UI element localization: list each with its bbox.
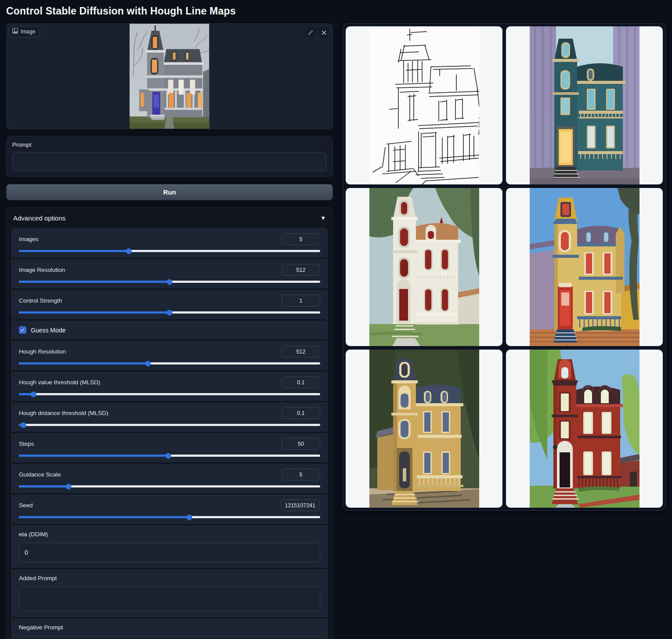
slider-seed: Seed 1215107241 [12,495,327,525]
slider-track[interactable] [19,516,320,518]
negative-prompt-row: Negative Prompt [12,618,327,639]
advanced-options-title: Advanced options [13,214,65,222]
gallery-item-teal-victorian-painting[interactable] [506,26,663,184]
slider-value-input[interactable]: 5 [282,233,320,245]
slider-guidance-scale: Guidance Scale 5 [12,464,327,495]
slider-images: Images 5 [12,228,327,259]
controls-column: Image [6,23,333,639]
slider-value-input[interactable]: 1215107241 [280,499,320,511]
slider-hough-value-threshold: Hough value threshold (MLSD) 0.1 [12,372,327,402]
guess-mode-label: Guess Mode [31,327,65,334]
uploaded-house-photo [6,23,333,129]
advanced-options-accordion: Advanced options ▼ Images 5 Imag [6,207,333,639]
slider-track[interactable] [19,393,320,395]
added-prompt-row: Added Prompt [12,569,327,618]
slider-thumb[interactable] [30,391,36,397]
slider-hough-distance-threshold: Hough distance threshold (MLSD) 0.1 [12,402,327,433]
prompt-input[interactable] [12,152,327,171]
image-icon [12,28,18,35]
negative-prompt-input[interactable] [19,636,320,639]
slider-value-input[interactable]: 0.1 [282,407,320,419]
slider-label: Image Resolution [19,267,65,273]
eta-ddim-label: eta (DDIM) [19,531,320,538]
eta-ddim-input[interactable]: 0 [19,543,320,562]
slider-track[interactable] [19,311,320,314]
slider-image-resolution: Image Resolution 512 [12,259,327,290]
result-gallery [343,23,666,511]
slider-thumb[interactable] [187,514,192,520]
slider-value-input[interactable]: 0.1 [282,376,320,388]
slider-value-input[interactable]: 5 [282,469,320,480]
slider-track[interactable] [19,485,320,487]
slider-track[interactable] [19,250,320,252]
gallery-item-gold-victorian-painting[interactable] [346,350,502,508]
app-window: Control Stable Diffusion with Hough Line… [0,0,672,639]
gallery-item-hough-line-map[interactable] [346,26,502,184]
slider-label: Steps [19,440,34,447]
slider-thumb[interactable] [145,361,151,366]
edit-image-button[interactable] [306,28,315,37]
slider-track[interactable] [19,281,320,283]
prompt-block: Prompt [6,136,333,177]
slider-control-strength: Control Strength 1 [12,290,327,321]
slider-label: Guidance Scale [19,471,61,478]
gallery-item-white-victorian-painting[interactable] [346,188,502,346]
image-input-label-text: Image [21,29,35,35]
slider-value-input[interactable]: 512 [282,264,320,276]
guess-mode-row[interactable]: ✓ Guess Mode [12,321,327,341]
slider-value-input[interactable]: 1 [282,295,320,307]
slider-track[interactable] [19,455,320,457]
slider-label: Hough value threshold (MLSD) [19,379,100,386]
eta-ddim-row: eta (DDIM) 0 [12,525,327,569]
slider-value-input[interactable]: 512 [282,346,320,357]
page-title: Control Stable Diffusion with Hough Line… [6,5,666,17]
slider-steps: Steps 50 [12,433,327,464]
slider-track[interactable] [19,424,320,426]
gallery-item-yellow-blue-victorian-painting[interactable] [506,188,663,346]
slider-label: Images [19,236,38,242]
pencil-icon [308,30,313,35]
prompt-label: Prompt [12,141,327,148]
image-input-widget[interactable]: Image [6,23,333,129]
slider-thumb[interactable] [126,248,131,254]
slider-hough-resolution: Hough Resolution 512 [12,341,327,372]
gallery-item-red-brick-victorian-painting[interactable] [506,350,663,508]
slider-track[interactable] [19,362,320,365]
slider-thumb[interactable] [167,310,173,315]
slider-label: Seed [19,502,33,509]
slider-label: Hough Resolution [19,348,66,355]
slider-thumb[interactable] [167,279,173,285]
added-prompt-input[interactable] [19,587,320,611]
chevron-down-icon[interactable]: ▼ [320,215,326,221]
slider-label: Hough distance threshold (MLSD) [19,410,108,416]
slider-thumb[interactable] [66,484,72,489]
slider-label: Control Strength [19,297,62,304]
close-icon [322,30,326,35]
image-input-label: Image [9,26,40,37]
guess-mode-checkbox[interactable]: ✓ [19,326,26,334]
slider-value-input[interactable]: 50 [282,438,320,450]
slider-thumb[interactable] [165,453,171,458]
run-button[interactable]: Run [6,184,333,200]
added-prompt-label: Added Prompt [19,575,320,581]
negative-prompt-label: Negative Prompt [19,624,320,631]
advanced-options-header[interactable]: Advanced options ▼ [11,213,328,228]
advanced-options-form: Images 5 Image Resolution 512 [11,228,328,639]
clear-image-button[interactable] [319,28,329,37]
slider-thumb[interactable] [20,422,26,428]
